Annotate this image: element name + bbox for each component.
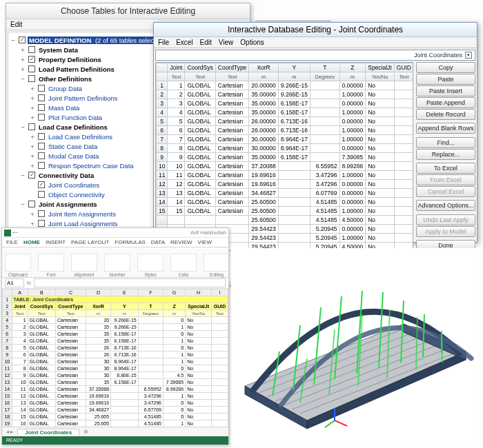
menu-file[interactable]: File [158,39,169,46]
copy-button[interactable]: Copy [416,62,475,73]
ribbon[interactable]: ClipboardFontAlignmentNumberStylesCellsE… [2,247,228,278]
ribbon-tab-data[interactable]: DATA [151,239,165,245]
ribbon-tab-review[interactable]: REVIEW [170,239,193,245]
svg-line-25 [442,332,442,363]
menu-options[interactable]: Options [240,39,264,46]
formula-bar[interactable]: fx [2,278,228,289]
advanced-options--button[interactable]: Advanced Options... [416,200,475,211]
ribbon-group-number[interactable]: Number [104,254,130,277]
structural-model-viewport[interactable] [231,248,478,442]
ribbon-group-alignment[interactable]: Alignment [71,254,97,277]
excel-grid[interactable]: ABCDEFGHI1TABLE: Joint Coordinates2Joint… [2,289,228,445]
ribbon-tab-home[interactable]: HOME [23,239,40,245]
choose-tables-title: Choose Tables for Interactive Editing [6,3,250,19]
db-edit-title: Interactive Database Editing - Joint Coo… [154,23,477,37]
menu-edit[interactable]: Edit [200,39,212,46]
paste-insert-button[interactable]: Paste Insert [416,85,475,96]
table-selector-combo[interactable]: Joint Coordinates ▾ [155,50,475,61]
ribbon-group-editing[interactable]: Editing [204,254,229,277]
name-box[interactable] [5,278,24,287]
append-blank-rows-button[interactable]: Append Blank Rows [416,123,475,134]
from-excel-button: From Excel [416,174,475,185]
ribbon-tabs[interactable]: FILEHOMEINSERTPAGE LAYOUTFORMULASDATAREV… [2,238,228,247]
to-excel-button[interactable]: To Excel [416,163,475,174]
excel-quickaccess[interactable]: ⋯ Arif Habibullah [2,228,228,238]
formula-input[interactable] [34,278,226,287]
excel-user: Arif Habibullah [190,230,226,236]
excel-icon [4,230,11,236]
delete-record-button[interactable]: Delete Record [416,109,475,120]
svg-line-26 [335,420,347,426]
paste-append-button[interactable]: Paste Append [416,97,475,108]
excel-statusbar: READY [2,436,228,445]
apply-to-model-button: Apply to Model [416,226,475,237]
replace--button[interactable]: Replace... [416,149,475,160]
ribbon-group-font[interactable]: Font [38,254,64,277]
menu-excel[interactable]: Excel [176,39,193,46]
cancel-excel-button: Cancel Excel [416,186,475,197]
chevron-down-icon: ▾ [465,52,472,59]
menu-view[interactable]: View [219,39,234,46]
db-edit-window: Interactive Database Editing - Joint Coo… [153,22,477,243]
undo-last-apply-button: Undo Last Apply [416,214,475,225]
excel-window: ⋯ Arif Habibullah FILEHOMEINSERTPAGE LAY… [1,227,229,445]
ribbon-tab-insert[interactable]: INSERT [46,239,66,245]
sheet-tab-bar[interactable]: ◂ ▸ Joint Coordinates ⊕ [2,427,228,436]
ribbon-tab-view[interactable]: VIEW [198,239,212,245]
ribbon-tab-formulas[interactable]: FORMULAS [115,239,145,245]
svg-line-27 [325,420,335,427]
ribbon-tab-file[interactable]: FILE [6,239,18,245]
table-selector-value: Joint Coordinates [414,52,462,59]
db-edit-menubar[interactable]: FileExcelEditViewOptions [154,37,477,48]
ribbon-group-clipboard[interactable]: Clipboard [5,254,31,277]
ribbon-group-styles[interactable]: Styles [137,254,164,277]
paste-button[interactable]: Paste [416,74,475,85]
ribbon-tab-page layout[interactable]: PAGE LAYOUT [71,239,109,245]
db-action-buttons: CopyPastePaste InsertPaste AppendDelete … [415,61,477,252]
ribbon-group-cells[interactable]: Cells [170,254,197,277]
sheet-tab[interactable]: Joint Coordinates [17,429,79,436]
joint-coordinates-grid[interactable]: JointCoordSysCoordTypeXorRYTZSpecialJtGU… [155,62,413,251]
find--button[interactable]: Find... [416,137,475,148]
